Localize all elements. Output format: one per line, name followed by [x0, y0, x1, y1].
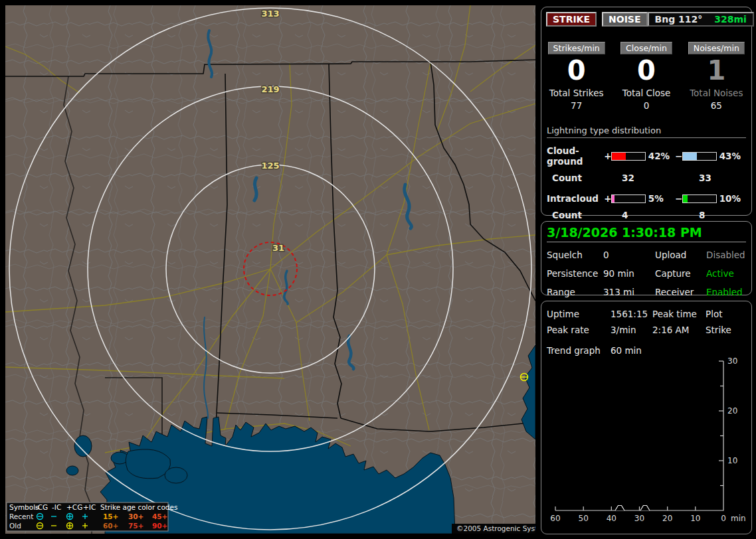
- plot-mode-value: Strike: [706, 324, 731, 336]
- cg-positive-pct: 42%: [647, 151, 675, 161]
- x-axis-unit: min: [731, 514, 746, 523]
- close-per-min-chip[interactable]: Close/min: [620, 42, 672, 54]
- distribution-title: Lightning type distribution: [547, 125, 746, 138]
- peak-rate-label: Peak rate: [547, 324, 611, 336]
- ring-label-219: 219: [261, 84, 279, 94]
- x-tick-60: 60: [550, 514, 560, 523]
- ic-negative-count: 8: [699, 210, 705, 220]
- receiver-status-box: 3/18/2026 1:30:18 PM Squelch 0 Upload Di…: [541, 221, 752, 295]
- minus-sign: −: [675, 193, 682, 204]
- noise-button[interactable]: NOISE: [602, 12, 647, 27]
- count-label: Count: [552, 173, 622, 183]
- age-45: 45+: [152, 512, 167, 520]
- plus-sign: +: [604, 193, 611, 204]
- strikes-per-min-chip[interactable]: Strikes/min: [548, 42, 605, 54]
- cloud-ground-count-row: Count 32 33: [552, 173, 746, 183]
- persistence-value: 90 min: [603, 268, 655, 279]
- intracloud-row: Intracloud + 5% − 10%: [547, 193, 746, 204]
- y-tick-10: 10: [727, 456, 737, 465]
- x-tick-0: 0: [721, 514, 726, 523]
- legend-age-title: Strike age color codes: [100, 503, 177, 511]
- strikes-column: Strikes/min 0 Total Strikes 77: [541, 41, 611, 111]
- noises-column: Noises/min 1 Total Noises 65: [682, 41, 751, 111]
- intracloud-count-row: Count 4 8: [552, 210, 746, 220]
- strike-pulse-2: [640, 506, 650, 511]
- bearing-label: Bng 112°: [655, 14, 703, 25]
- legend-pos-ic-header: +IC: [83, 503, 96, 511]
- capture-label: Capture: [655, 268, 706, 279]
- plus-sign: +: [604, 151, 611, 161]
- noises-per-min-value: 1: [682, 56, 751, 84]
- uptime-label: Uptime: [547, 308, 611, 320]
- noises-per-min-chip[interactable]: Noises/min: [688, 42, 745, 54]
- peak-time-value: 2:16 AM: [652, 324, 706, 336]
- legend-neg-cg-header: -CG: [35, 503, 48, 511]
- age-75: 75+: [128, 522, 143, 530]
- minus-sign: −: [675, 151, 682, 161]
- total-close-label: Total Close: [611, 88, 681, 98]
- lightning-distribution: Lightning type distribution Cloud-ground…: [547, 125, 746, 220]
- close-column: Close/min 0 Total Close 0: [611, 41, 681, 111]
- trend-axes: [555, 361, 723, 510]
- cloud-ground-row: Cloud-ground + 42% − 43%: [547, 145, 746, 167]
- status-row: Squelch 0 Upload Disabled: [541, 249, 751, 261]
- legend-symbols-header: Symbols: [9, 503, 39, 511]
- upload-status: Disabled: [706, 249, 745, 261]
- total-close-value: 0: [611, 100, 681, 111]
- ic-negative-pct: 10%: [718, 193, 746, 204]
- trend-series: [615, 506, 650, 511]
- strike-button[interactable]: STRIKE: [546, 12, 597, 27]
- trend-graph: 60 50 40 30 20 10 0 min 10 20 30: [544, 353, 751, 531]
- age-90: 90+: [152, 522, 167, 530]
- ic-positive-pct: 5%: [647, 193, 675, 204]
- cg-positive-bar: [611, 152, 646, 161]
- cg-negative-pct: 43%: [718, 151, 746, 161]
- cg-negative-bar: [682, 152, 717, 161]
- total-strikes-label: Total Strikes: [541, 88, 611, 98]
- status-row: Range 313 mi Receiver Enabled: [541, 286, 751, 298]
- count-label: Count: [552, 210, 622, 220]
- close-per-min-value: 0: [611, 56, 681, 84]
- ic-positive-bar: [611, 194, 646, 203]
- range-label: Range: [547, 286, 603, 298]
- x-tick-30: 30: [634, 514, 644, 523]
- status-panel: STRIKE NOISE Bng 112° 328mi Strikes/min …: [535, 0, 756, 539]
- lake-pontchartrain: [126, 449, 170, 479]
- trend-tick-labels: 60 50 40 30 20 10 0 min 10 20 30: [550, 356, 745, 523]
- datetime: 3/18/2026 1:30:18 PM: [547, 225, 746, 242]
- legend-row-recent-label: Recent: [9, 512, 33, 520]
- strike-summary-box: STRIKE NOISE Bng 112° 328mi Strikes/min …: [541, 7, 752, 216]
- total-strikes-value: 77: [541, 100, 611, 111]
- total-noises-label: Total Noises: [682, 88, 751, 98]
- map-legend: Symbols -CG -IC +CG +IC Strike age color…: [7, 502, 177, 531]
- status-row: Persistence 90 min Capture Active: [541, 268, 751, 279]
- bearing-distance: 328mi: [714, 14, 747, 25]
- ic-positive-count: 4: [622, 210, 699, 220]
- strike-pulse-1: [615, 506, 624, 511]
- range-value: 313 mi: [603, 286, 655, 298]
- capture-status: Active: [706, 268, 734, 279]
- squelch-label: Squelch: [547, 249, 603, 261]
- ring-label-31: 31: [272, 243, 284, 253]
- map-area[interactable]: 313 219 125 31 Symbols -CG -IC +CG +IC S…: [5, 5, 535, 534]
- y-tick-30: 30: [727, 356, 737, 366]
- lightning-map[interactable]: 313 219 125 31 Symbols -CG -IC +CG +IC S…: [5, 5, 535, 534]
- trend-box: Uptime 1561:15 Peak time Plot Peak rate …: [541, 301, 752, 534]
- y-tick-20: 20: [727, 406, 737, 416]
- squelch-value: 0: [603, 249, 655, 261]
- legend-neg-ic-header: -IC: [52, 503, 61, 511]
- total-noises-value: 65: [682, 100, 751, 111]
- peak-rate-value: 3/min: [611, 324, 652, 336]
- peak-time-label: Peak time: [652, 308, 706, 320]
- uptime-value: 1561:15: [611, 308, 652, 320]
- uptime-row: Uptime 1561:15 Peak time Plot: [541, 308, 751, 320]
- age-30: 30+: [128, 512, 143, 520]
- ring-label-125: 125: [261, 161, 279, 171]
- age-15: 15+: [103, 512, 118, 520]
- x-tick-50: 50: [579, 514, 589, 523]
- cloud-ground-label: Cloud-ground: [547, 145, 604, 167]
- intracloud-label: Intracloud: [547, 193, 604, 204]
- ic-negative-bar: [682, 194, 717, 203]
- ring-label-313: 313: [261, 9, 279, 19]
- age-60: 60+: [103, 522, 118, 530]
